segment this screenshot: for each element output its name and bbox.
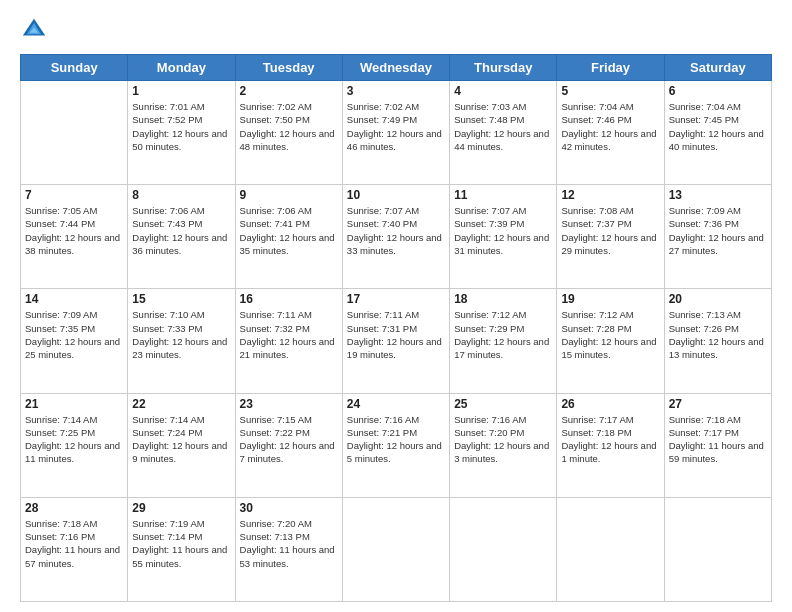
- day-number: 4: [454, 84, 552, 98]
- day-number: 17: [347, 292, 445, 306]
- day-number: 8: [132, 188, 230, 202]
- calendar-cell: [21, 81, 128, 185]
- calendar-cell: [342, 497, 449, 601]
- calendar-cell: 16Sunrise: 7:11 AM Sunset: 7:32 PM Dayli…: [235, 289, 342, 393]
- calendar-cell: [557, 497, 664, 601]
- day-info: Sunrise: 7:06 AM Sunset: 7:43 PM Dayligh…: [132, 204, 230, 257]
- calendar-cell: 23Sunrise: 7:15 AM Sunset: 7:22 PM Dayli…: [235, 393, 342, 497]
- calendar-cell: [450, 497, 557, 601]
- day-number: 21: [25, 397, 123, 411]
- day-number: 29: [132, 501, 230, 515]
- calendar-cell: 5Sunrise: 7:04 AM Sunset: 7:46 PM Daylig…: [557, 81, 664, 185]
- calendar-cell: 7Sunrise: 7:05 AM Sunset: 7:44 PM Daylig…: [21, 185, 128, 289]
- day-info: Sunrise: 7:14 AM Sunset: 7:24 PM Dayligh…: [132, 413, 230, 466]
- day-number: 12: [561, 188, 659, 202]
- day-info: Sunrise: 7:02 AM Sunset: 7:50 PM Dayligh…: [240, 100, 338, 153]
- weekday-header-saturday: Saturday: [664, 55, 771, 81]
- calendar-cell: 15Sunrise: 7:10 AM Sunset: 7:33 PM Dayli…: [128, 289, 235, 393]
- day-number: 23: [240, 397, 338, 411]
- day-info: Sunrise: 7:19 AM Sunset: 7:14 PM Dayligh…: [132, 517, 230, 570]
- calendar-cell: 8Sunrise: 7:06 AM Sunset: 7:43 PM Daylig…: [128, 185, 235, 289]
- day-number: 25: [454, 397, 552, 411]
- day-info: Sunrise: 7:12 AM Sunset: 7:29 PM Dayligh…: [454, 308, 552, 361]
- calendar-cell: 26Sunrise: 7:17 AM Sunset: 7:18 PM Dayli…: [557, 393, 664, 497]
- day-number: 9: [240, 188, 338, 202]
- day-number: 15: [132, 292, 230, 306]
- day-info: Sunrise: 7:05 AM Sunset: 7:44 PM Dayligh…: [25, 204, 123, 257]
- weekday-header-wednesday: Wednesday: [342, 55, 449, 81]
- week-row-2: 7Sunrise: 7:05 AM Sunset: 7:44 PM Daylig…: [21, 185, 772, 289]
- header: [20, 16, 772, 44]
- day-number: 26: [561, 397, 659, 411]
- week-row-5: 28Sunrise: 7:18 AM Sunset: 7:16 PM Dayli…: [21, 497, 772, 601]
- page: SundayMondayTuesdayWednesdayThursdayFrid…: [0, 0, 792, 612]
- calendar-cell: 12Sunrise: 7:08 AM Sunset: 7:37 PM Dayli…: [557, 185, 664, 289]
- day-number: 2: [240, 84, 338, 98]
- calendar-cell: 17Sunrise: 7:11 AM Sunset: 7:31 PM Dayli…: [342, 289, 449, 393]
- day-info: Sunrise: 7:04 AM Sunset: 7:46 PM Dayligh…: [561, 100, 659, 153]
- day-info: Sunrise: 7:18 AM Sunset: 7:16 PM Dayligh…: [25, 517, 123, 570]
- day-number: 28: [25, 501, 123, 515]
- day-info: Sunrise: 7:06 AM Sunset: 7:41 PM Dayligh…: [240, 204, 338, 257]
- day-info: Sunrise: 7:16 AM Sunset: 7:21 PM Dayligh…: [347, 413, 445, 466]
- calendar-cell: 24Sunrise: 7:16 AM Sunset: 7:21 PM Dayli…: [342, 393, 449, 497]
- week-row-1: 1Sunrise: 7:01 AM Sunset: 7:52 PM Daylig…: [21, 81, 772, 185]
- day-number: 24: [347, 397, 445, 411]
- calendar-cell: 2Sunrise: 7:02 AM Sunset: 7:50 PM Daylig…: [235, 81, 342, 185]
- day-number: 14: [25, 292, 123, 306]
- day-info: Sunrise: 7:02 AM Sunset: 7:49 PM Dayligh…: [347, 100, 445, 153]
- day-number: 6: [669, 84, 767, 98]
- weekday-header-row: SundayMondayTuesdayWednesdayThursdayFrid…: [21, 55, 772, 81]
- week-row-3: 14Sunrise: 7:09 AM Sunset: 7:35 PM Dayli…: [21, 289, 772, 393]
- calendar-cell: 3Sunrise: 7:02 AM Sunset: 7:49 PM Daylig…: [342, 81, 449, 185]
- day-number: 19: [561, 292, 659, 306]
- day-info: Sunrise: 7:12 AM Sunset: 7:28 PM Dayligh…: [561, 308, 659, 361]
- calendar-cell: 27Sunrise: 7:18 AM Sunset: 7:17 PM Dayli…: [664, 393, 771, 497]
- calendar-cell: 9Sunrise: 7:06 AM Sunset: 7:41 PM Daylig…: [235, 185, 342, 289]
- calendar-cell: 18Sunrise: 7:12 AM Sunset: 7:29 PM Dayli…: [450, 289, 557, 393]
- calendar-cell: 29Sunrise: 7:19 AM Sunset: 7:14 PM Dayli…: [128, 497, 235, 601]
- day-number: 27: [669, 397, 767, 411]
- day-info: Sunrise: 7:03 AM Sunset: 7:48 PM Dayligh…: [454, 100, 552, 153]
- calendar-cell: [664, 497, 771, 601]
- weekday-header-monday: Monday: [128, 55, 235, 81]
- calendar-cell: 1Sunrise: 7:01 AM Sunset: 7:52 PM Daylig…: [128, 81, 235, 185]
- day-info: Sunrise: 7:10 AM Sunset: 7:33 PM Dayligh…: [132, 308, 230, 361]
- calendar-cell: 19Sunrise: 7:12 AM Sunset: 7:28 PM Dayli…: [557, 289, 664, 393]
- weekday-header-thursday: Thursday: [450, 55, 557, 81]
- day-number: 18: [454, 292, 552, 306]
- day-info: Sunrise: 7:13 AM Sunset: 7:26 PM Dayligh…: [669, 308, 767, 361]
- day-number: 5: [561, 84, 659, 98]
- day-number: 30: [240, 501, 338, 515]
- day-info: Sunrise: 7:20 AM Sunset: 7:13 PM Dayligh…: [240, 517, 338, 570]
- calendar-cell: 4Sunrise: 7:03 AM Sunset: 7:48 PM Daylig…: [450, 81, 557, 185]
- day-info: Sunrise: 7:18 AM Sunset: 7:17 PM Dayligh…: [669, 413, 767, 466]
- weekday-header-friday: Friday: [557, 55, 664, 81]
- calendar-cell: 13Sunrise: 7:09 AM Sunset: 7:36 PM Dayli…: [664, 185, 771, 289]
- day-info: Sunrise: 7:09 AM Sunset: 7:35 PM Dayligh…: [25, 308, 123, 361]
- day-info: Sunrise: 7:01 AM Sunset: 7:52 PM Dayligh…: [132, 100, 230, 153]
- weekday-header-sunday: Sunday: [21, 55, 128, 81]
- day-info: Sunrise: 7:11 AM Sunset: 7:31 PM Dayligh…: [347, 308, 445, 361]
- calendar-cell: 10Sunrise: 7:07 AM Sunset: 7:40 PM Dayli…: [342, 185, 449, 289]
- calendar-cell: 21Sunrise: 7:14 AM Sunset: 7:25 PM Dayli…: [21, 393, 128, 497]
- logo-icon: [20, 16, 48, 44]
- weekday-header-tuesday: Tuesday: [235, 55, 342, 81]
- day-number: 10: [347, 188, 445, 202]
- calendar-cell: 20Sunrise: 7:13 AM Sunset: 7:26 PM Dayli…: [664, 289, 771, 393]
- calendar-table: SundayMondayTuesdayWednesdayThursdayFrid…: [20, 54, 772, 602]
- logo: [20, 16, 52, 44]
- calendar-cell: 14Sunrise: 7:09 AM Sunset: 7:35 PM Dayli…: [21, 289, 128, 393]
- day-info: Sunrise: 7:16 AM Sunset: 7:20 PM Dayligh…: [454, 413, 552, 466]
- day-info: Sunrise: 7:11 AM Sunset: 7:32 PM Dayligh…: [240, 308, 338, 361]
- day-info: Sunrise: 7:15 AM Sunset: 7:22 PM Dayligh…: [240, 413, 338, 466]
- calendar-cell: 11Sunrise: 7:07 AM Sunset: 7:39 PM Dayli…: [450, 185, 557, 289]
- week-row-4: 21Sunrise: 7:14 AM Sunset: 7:25 PM Dayli…: [21, 393, 772, 497]
- day-number: 16: [240, 292, 338, 306]
- day-number: 20: [669, 292, 767, 306]
- day-number: 1: [132, 84, 230, 98]
- day-info: Sunrise: 7:07 AM Sunset: 7:39 PM Dayligh…: [454, 204, 552, 257]
- day-number: 22: [132, 397, 230, 411]
- calendar-cell: 22Sunrise: 7:14 AM Sunset: 7:24 PM Dayli…: [128, 393, 235, 497]
- day-number: 11: [454, 188, 552, 202]
